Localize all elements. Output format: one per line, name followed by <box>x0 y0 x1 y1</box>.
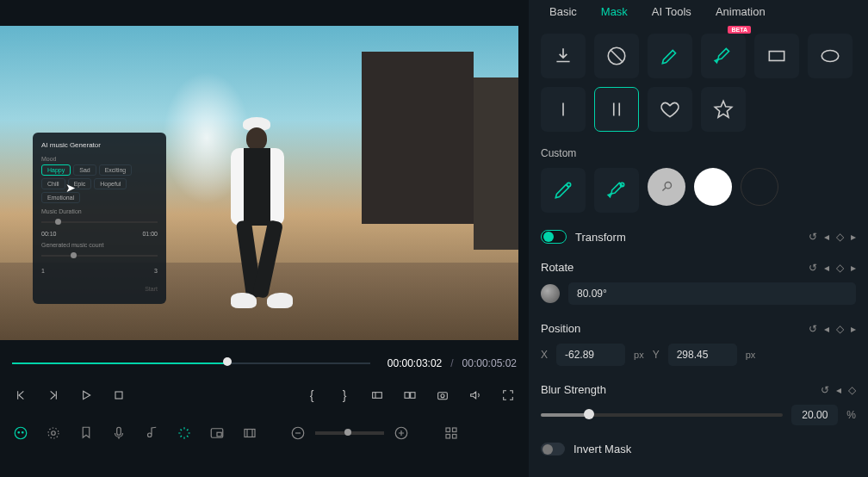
mood-pill-epic[interactable]: Epic <box>68 178 92 189</box>
mood-pill-happy[interactable]: Happy <box>41 164 71 176</box>
play-button[interactable] <box>78 387 95 404</box>
mask-single-line-button[interactable] <box>541 87 586 132</box>
rotate-reset-icon[interactable]: ↺ <box>809 262 817 274</box>
picture-in-picture-icon[interactable] <box>208 424 226 442</box>
dur-to: 01:00 <box>142 231 158 237</box>
pos-reset-icon[interactable]: ↺ <box>809 323 817 335</box>
rotate-knob[interactable] <box>541 284 560 303</box>
custom-pen-button[interactable] <box>541 168 586 213</box>
prev-frame-button[interactable] <box>12 387 29 404</box>
zoom-slider[interactable] <box>315 431 384 435</box>
rotate-label: Rotate <box>541 261 574 274</box>
pos-next-kf-icon[interactable]: ▸ <box>851 323 856 335</box>
svg-rect-4 <box>438 393 448 400</box>
svg-point-5 <box>441 394 444 398</box>
mask-heart-button[interactable] <box>648 87 692 132</box>
custom-swatch-gray[interactable] <box>648 168 685 206</box>
ai-panel-title: AI music Generator <box>41 141 158 149</box>
svg-rect-20 <box>453 435 457 439</box>
keyframe-diamond-icon[interactable]: ◇ <box>836 231 844 243</box>
mood-pill-hopeful[interactable]: Hopeful <box>94 178 127 189</box>
mood-pill-chill[interactable]: Chill <box>41 178 65 189</box>
playback-progress[interactable] <box>12 361 370 366</box>
y-unit: px <box>746 350 756 360</box>
rotate-input[interactable] <box>568 282 856 305</box>
mood-label: Mood <box>41 156 158 162</box>
blur-label: Blur Strength <box>541 383 606 396</box>
mask-double-line-button[interactable] <box>594 87 639 132</box>
custom-brush-button[interactable] <box>594 168 639 213</box>
mic-icon[interactable] <box>110 424 127 442</box>
mood-pill-emotional[interactable]: Emotional <box>41 192 80 203</box>
custom-swatch-white[interactable] <box>694 168 732 206</box>
crop-icon[interactable] <box>241 424 258 442</box>
mask-star-button[interactable] <box>701 87 746 132</box>
rotate-next-kf-icon[interactable]: ▸ <box>851 262 856 274</box>
next-keyframe-icon[interactable]: ▸ <box>851 231 856 243</box>
svg-rect-13 <box>217 432 221 437</box>
svg-point-24 <box>567 183 570 186</box>
rotate-kf-icon[interactable]: ◇ <box>836 262 844 274</box>
ratio-display-button[interactable] <box>369 387 386 404</box>
reset-icon[interactable]: ↺ <box>809 231 817 243</box>
blur-reset-icon[interactable]: ↺ <box>821 384 829 396</box>
mask-pen-button[interactable] <box>648 34 692 78</box>
volume-button[interactable] <box>467 387 484 404</box>
tab-animation[interactable]: Animation <box>716 5 766 22</box>
mask-brush-button[interactable]: BETA <box>701 34 746 78</box>
blur-kf-icon[interactable]: ◇ <box>848 384 856 396</box>
brace-open-icon[interactable]: { <box>303 387 320 404</box>
mood-pill-sad[interactable]: Sad <box>73 164 96 176</box>
prev-keyframe-icon[interactable]: ◂ <box>824 231 829 243</box>
mask-rectangle-button[interactable] <box>754 34 799 78</box>
zoom-out-button[interactable] <box>289 424 307 442</box>
compare-button[interactable] <box>401 387 418 404</box>
zoom-in-button[interactable] <box>393 424 410 442</box>
position-x-input[interactable] <box>556 344 625 366</box>
snapshot-button[interactable] <box>434 387 451 404</box>
svg-point-6 <box>15 427 27 439</box>
transform-toggle[interactable] <box>541 230 567 244</box>
video-preview[interactable]: AI music Generator Mood HappySadExciting… <box>0 26 518 340</box>
pos-prev-kf-icon[interactable]: ◂ <box>824 323 829 335</box>
invert-toggle[interactable] <box>541 443 565 455</box>
next-frame-button[interactable] <box>45 387 62 404</box>
mood-pill-exciting[interactable]: Exciting <box>99 164 133 176</box>
view-grid-icon[interactable] <box>443 424 460 442</box>
tab-ai-tools[interactable]: AI Tools <box>652 5 691 22</box>
svg-rect-17 <box>446 428 450 432</box>
ai-start-button[interactable]: Start <box>41 286 158 292</box>
mask-ellipse-button[interactable] <box>808 34 852 78</box>
svg-point-7 <box>18 432 20 434</box>
svg-rect-1 <box>373 393 382 399</box>
marker-icon[interactable] <box>78 424 95 442</box>
mask-import-button[interactable] <box>541 34 586 78</box>
svg-rect-2 <box>405 393 409 399</box>
svg-rect-14 <box>245 430 255 437</box>
light-effect-icon[interactable] <box>176 424 193 442</box>
fullscreen-button[interactable] <box>499 387 517 404</box>
svg-point-10 <box>48 428 59 438</box>
svg-rect-19 <box>446 435 450 439</box>
ai-assistant-icon[interactable] <box>12 424 29 442</box>
tab-basic[interactable]: Basic <box>549 5 577 22</box>
stop-button[interactable] <box>110 387 127 404</box>
music-note-icon[interactable] <box>143 424 160 442</box>
blur-slider[interactable] <box>541 413 783 417</box>
y-label: Y <box>653 349 660 361</box>
brace-close-icon[interactable]: } <box>336 387 353 404</box>
blur-value[interactable]: 20.00 <box>791 405 838 425</box>
duration-label: Music Duration <box>41 208 158 214</box>
count-from: 1 <box>41 268 45 274</box>
effects-icon[interactable] <box>45 424 62 442</box>
duration-slider[interactable] <box>41 217 158 229</box>
blur-prev-kf-icon[interactable]: ◂ <box>836 384 841 396</box>
mask-none-button[interactable] <box>594 34 639 78</box>
rotate-prev-kf-icon[interactable]: ◂ <box>824 262 829 274</box>
custom-label: Custom <box>541 147 856 159</box>
tab-mask[interactable]: Mask <box>601 5 628 22</box>
pos-kf-icon[interactable]: ◇ <box>836 323 844 335</box>
custom-swatch-empty[interactable] <box>741 168 778 206</box>
position-y-input[interactable] <box>668 344 737 366</box>
count-slider[interactable] <box>41 251 158 263</box>
